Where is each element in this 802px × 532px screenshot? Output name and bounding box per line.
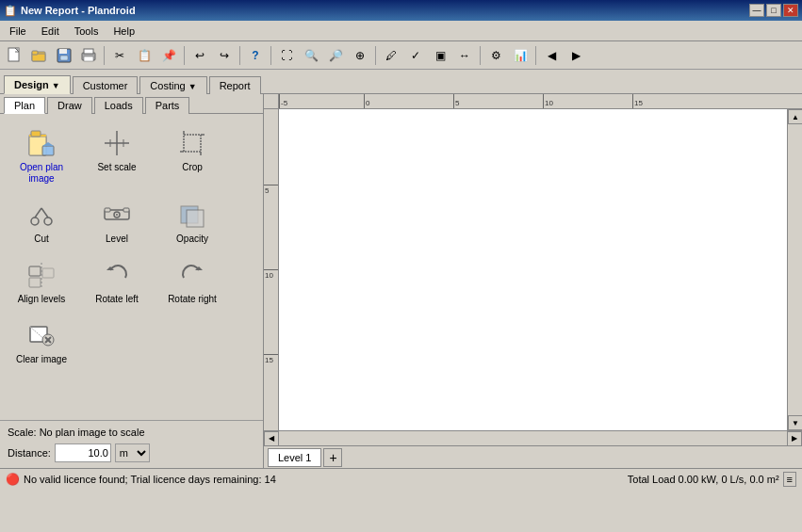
minimize-button[interactable]: —	[749, 4, 764, 17]
distance-input[interactable]	[55, 443, 111, 462]
tb-measure[interactable]: ↔	[453, 44, 476, 67]
level-label: Level	[106, 234, 128, 245]
tb-print[interactable]	[77, 44, 100, 67]
tb-forward[interactable]: ▶	[565, 44, 587, 67]
scroll-right-button[interactable]: ▶	[787, 431, 802, 446]
level-tab-1[interactable]: Level 1	[268, 448, 321, 467]
ruler-mark-h-1: 0	[364, 94, 369, 108]
tb-save[interactable]	[53, 44, 75, 67]
scrollbar-right: ▲ ▼	[787, 109, 802, 430]
ruler-vertical: 5 10 15	[264, 109, 279, 430]
tb-open[interactable]	[28, 44, 51, 67]
tab-report[interactable]: Report	[209, 76, 261, 94]
svg-rect-40	[29, 278, 41, 287]
tab-design[interactable]: Design ▼	[4, 75, 71, 94]
tool-opacity[interactable]: Opacity	[158, 193, 226, 250]
drawing-canvas[interactable]	[279, 109, 787, 430]
menu-file[interactable]: File	[2, 24, 34, 39]
align-levels-label: Align levels	[18, 294, 66, 305]
svg-point-29	[44, 218, 52, 225]
add-level-button[interactable]: +	[323, 448, 342, 467]
tb-check[interactable]: ✓	[404, 44, 427, 67]
canvas-body: 5 10 15 ▲ ▼	[264, 109, 802, 430]
tb-zoom-in[interactable]: 🔍	[300, 44, 322, 67]
menu-edit[interactable]: Edit	[34, 24, 67, 39]
tb-help[interactable]: ?	[244, 44, 267, 67]
tool-clear-image[interactable]: Clear image	[8, 314, 75, 370]
tool-level[interactable]: Level	[83, 193, 151, 250]
svg-rect-39	[29, 266, 41, 276]
tb-sep-1	[104, 46, 105, 65]
subtab-parts[interactable]: Parts	[145, 97, 190, 114]
close-button[interactable]: ✕	[783, 4, 798, 17]
tb-cut[interactable]: ✂	[108, 44, 131, 67]
svg-rect-34	[123, 208, 129, 212]
unit-select[interactable]: m ft cm	[115, 443, 150, 462]
scroll-left-button[interactable]: ◀	[264, 431, 279, 446]
svg-rect-17	[42, 146, 54, 155]
ruler-mark-h-0: -5	[279, 94, 287, 108]
tool-set-scale[interactable]: Set scale	[83, 121, 151, 189]
tb-redo[interactable]: ↪	[213, 44, 236, 67]
tb-new[interactable]	[4, 44, 26, 67]
distance-label: Distance:	[8, 447, 51, 459]
svg-line-30	[35, 208, 41, 218]
svg-rect-16	[31, 131, 41, 137]
tb-crosshair[interactable]: ⊕	[349, 44, 371, 67]
title-bar: 📋 New Report - Plandroid — □ ✕	[0, 0, 802, 21]
tb-zoom-out[interactable]: 🔎	[324, 44, 347, 67]
status-message: No valid licence found; Trial licence da…	[24, 474, 276, 485]
tab-costing[interactable]: Costing ▼	[139, 76, 206, 94]
tb-fullscreen[interactable]: ⛶	[275, 44, 298, 67]
set-scale-icon	[100, 126, 134, 160]
ruler-top: -5 0 5 10 15	[264, 94, 802, 109]
tb-sep-6	[480, 46, 481, 65]
tool-align-levels[interactable]: Align levels	[8, 253, 75, 310]
tool-grid: Open plan image Set scale	[0, 114, 263, 420]
tool-crop[interactable]: Crop	[158, 121, 226, 189]
scale-text: Scale: No plan image to scale	[8, 427, 255, 438]
main-tabs: Design ▼ Customer Costing ▼ Report	[0, 70, 802, 94]
svg-rect-12	[84, 56, 93, 61]
scroll-down-button[interactable]: ▼	[788, 415, 802, 430]
svg-rect-6	[32, 51, 38, 55]
svg-rect-38	[187, 210, 204, 227]
subtab-loads[interactable]: Loads	[94, 97, 143, 114]
open-plan-label: Open plan image	[12, 162, 71, 185]
tb-copy[interactable]: 📋	[133, 44, 155, 67]
svg-rect-11	[84, 49, 93, 54]
sub-tabs: Plan Draw Loads Parts	[0, 94, 263, 114]
tb-select[interactable]: ▣	[429, 44, 451, 67]
ruler-mark-h-2: 5	[453, 94, 459, 108]
subtab-plan[interactable]: Plan	[4, 97, 45, 114]
tb-back[interactable]: ◀	[540, 44, 563, 67]
tool-cut[interactable]: Cut	[8, 193, 75, 250]
svg-rect-41	[42, 268, 54, 278]
menu-help[interactable]: Help	[106, 24, 142, 39]
tb-report[interactable]: 📊	[509, 44, 532, 67]
menu-tools[interactable]: Tools	[67, 24, 106, 39]
window-title: New Report - Plandroid	[21, 5, 136, 16]
svg-point-28	[31, 218, 39, 225]
tab-customer[interactable]: Customer	[73, 76, 139, 94]
ruler-mark-v-3: 15	[264, 354, 278, 364]
subtab-draw[interactable]: Draw	[47, 97, 92, 114]
cut-icon	[25, 198, 58, 232]
tool-row-1: Open plan image Set scale	[8, 121, 255, 189]
ruler-mark-h-3: 10	[543, 94, 553, 108]
scroll-track-horizontal[interactable]	[279, 431, 787, 445]
ruler-mark-h-4: 15	[632, 94, 643, 108]
tool-row-3: Align levels Rotate left	[8, 253, 255, 310]
tool-rotate-right[interactable]: Rotate right	[158, 253, 226, 310]
scroll-track-vertical[interactable]	[788, 124, 802, 415]
tool-rotate-left[interactable]: Rotate left	[83, 253, 151, 310]
tool-open-plan[interactable]: Open plan image	[8, 121, 75, 189]
maximize-button[interactable]: □	[766, 4, 781, 17]
tb-undo[interactable]: ↩	[188, 44, 211, 67]
settings-icon[interactable]: ≡	[783, 472, 796, 487]
canvas-area: -5 0 5 10 15 5 10 15 ▲ ▼	[264, 94, 802, 468]
tb-draw[interactable]: 🖊	[380, 44, 402, 67]
tb-paste[interactable]: 📌	[157, 44, 180, 67]
tb-settings[interactable]: ⚙	[484, 44, 507, 67]
scroll-up-button[interactable]: ▲	[788, 109, 802, 124]
